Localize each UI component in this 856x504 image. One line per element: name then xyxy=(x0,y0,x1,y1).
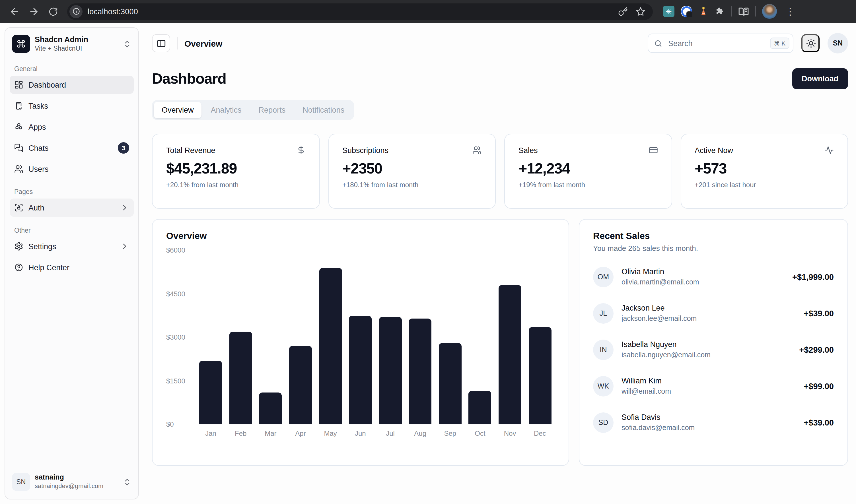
chart-title: Overview xyxy=(166,231,555,241)
reading-list-icon[interactable] xyxy=(738,6,749,17)
forward-icon[interactable] xyxy=(25,3,42,20)
users-icon xyxy=(472,146,482,155)
customer-email: olivia.martin@email.com xyxy=(622,277,699,287)
stat-card-total-revenue: Total Revenue$45,231.89+20.1% from last … xyxy=(152,134,319,209)
stat-title: Sales xyxy=(519,146,538,155)
sidebar-section-label-pages: Pages xyxy=(10,186,134,199)
x-tick-label: Feb xyxy=(226,430,256,437)
team-name: Shadcn Admin xyxy=(35,35,88,44)
sidebar: Shadcn Admin Vite + ShadcnUI GeneralDash… xyxy=(4,27,139,500)
search-field[interactable] xyxy=(667,38,765,48)
sidebar-item-users[interactable]: Users xyxy=(10,160,134,178)
sale-row-olivia-martin: OMOlivia Martinolivia.martin@email.com+$… xyxy=(593,267,834,287)
recent-sales-title: Recent Sales xyxy=(593,231,834,241)
url-text[interactable]: localhost:3000 xyxy=(88,7,613,16)
sale-row-isabella-nguyen: INIsabella Nguyenisabella.nguyen@email.c… xyxy=(593,340,834,360)
sidebar-item-label: Users xyxy=(29,165,49,173)
tab-analytics[interactable]: Analytics xyxy=(203,102,249,118)
chevrons-up-down-icon xyxy=(123,39,132,48)
help-icon xyxy=(14,263,23,272)
sidebar-item-tasks[interactable]: Tasks xyxy=(10,97,134,115)
tasks-icon xyxy=(14,101,23,110)
y-tick-label: $0 xyxy=(166,420,190,428)
bar-dec xyxy=(525,250,555,425)
y-tick-label: $1500 xyxy=(166,377,190,385)
overview-chart-card: Overview $6000$4500$3000$1500$0 JanFebMa… xyxy=(152,219,569,466)
chevron-right-icon xyxy=(120,242,129,251)
sidebar-toggle-button[interactable] xyxy=(152,34,170,52)
stat-value: +573 xyxy=(695,160,834,178)
avatar: IN xyxy=(593,340,614,360)
site-info-icon[interactable] xyxy=(69,5,83,18)
back-icon[interactable] xyxy=(6,3,23,20)
bookmark-star-icon[interactable] xyxy=(636,6,645,16)
tab-notifications[interactable]: Notifications xyxy=(295,102,352,118)
sidebar-item-settings[interactable]: Settings xyxy=(10,237,134,255)
stats-grid: Total Revenue$45,231.89+20.1% from last … xyxy=(152,134,848,209)
browser-profile-avatar[interactable] xyxy=(762,4,777,19)
tab-reports[interactable]: Reports xyxy=(251,102,294,118)
tabs-list: OverviewAnalyticsReportsNotifications xyxy=(152,100,354,120)
theme-toggle-button[interactable] xyxy=(801,34,820,52)
bar-jul xyxy=(375,250,405,425)
stat-card-active-now: Active Now+573+201 since last hour xyxy=(680,134,848,209)
address-bar[interactable]: localhost:3000 xyxy=(67,3,653,20)
sidebar-item-help-center[interactable]: Help Center xyxy=(10,258,134,276)
customer-email: jackson.lee@email.com xyxy=(622,314,697,323)
page-title: Dashboard xyxy=(152,70,226,87)
extension-1password-icon[interactable] xyxy=(681,6,692,17)
header-divider xyxy=(177,37,178,50)
x-tick-label: Dec xyxy=(525,430,555,437)
stat-title: Subscriptions xyxy=(342,146,388,155)
download-button[interactable]: Download xyxy=(792,68,848,89)
recent-sales-subtitle: You made 265 sales this month. xyxy=(593,244,834,253)
extension-lighthouse-icon[interactable] xyxy=(698,6,709,17)
sidebar-item-label: Chats xyxy=(29,144,49,152)
menu-dots-icon[interactable]: ⋮ xyxy=(783,5,797,17)
sale-amount: +$39.00 xyxy=(804,309,834,318)
x-tick-label: Nov xyxy=(495,430,525,437)
toolbar-divider xyxy=(755,6,756,17)
team-switcher[interactable]: Shadcn Admin Vite + ShadcnUI xyxy=(10,32,134,55)
sale-row-william-kim: WKWilliam Kimwill@email.com+$99.00 xyxy=(593,376,834,396)
customer-name: Sofia Davis xyxy=(622,413,695,423)
sidebar-item-auth[interactable]: Auth xyxy=(10,199,134,217)
sales-list: OMOlivia Martinolivia.martin@email.com+$… xyxy=(593,267,834,433)
sidebar-item-label: Tasks xyxy=(29,102,48,110)
profile-button[interactable]: SN xyxy=(827,33,848,53)
sidebar-section-label-general: General xyxy=(10,63,134,76)
extension-teal-icon[interactable]: ✳ xyxy=(663,6,675,17)
stat-title: Total Revenue xyxy=(166,146,215,155)
bottom-grid: Overview $6000$4500$3000$1500$0 JanFebMa… xyxy=(152,219,848,466)
breadcrumb: Overview xyxy=(185,38,222,48)
sidebar-item-chats[interactable]: Chats3 xyxy=(10,139,134,157)
bar-may xyxy=(316,250,346,425)
customer-email: sofia.davis@email.com xyxy=(622,423,695,433)
stat-value: $45,231.89 xyxy=(166,160,305,178)
x-tick-label: Apr xyxy=(285,430,315,437)
stat-title: Active Now xyxy=(695,146,733,155)
bar-sep xyxy=(435,250,465,425)
sidebar-item-dashboard[interactable]: Dashboard xyxy=(10,76,134,94)
sidebar-user-menu[interactable]: SN satnaing satnaingdev@gmail.com xyxy=(10,469,134,494)
sidebar-item-apps[interactable]: Apps xyxy=(10,118,134,136)
stat-card-sales: Sales+12,234+19% from last month xyxy=(504,134,672,209)
avatar: OM xyxy=(593,267,614,287)
tab-overview[interactable]: Overview xyxy=(154,102,202,118)
reload-icon[interactable] xyxy=(45,3,62,20)
x-tick-label: Jan xyxy=(196,430,226,437)
sidebar-sections: GeneralDashboardTasksAppsChats3UsersPage… xyxy=(10,55,134,279)
y-tick-label: $6000 xyxy=(166,246,190,254)
user-name: satnaing xyxy=(35,473,103,482)
sidebar-item-label: Help Center xyxy=(29,263,69,272)
stat-change: +19% from last month xyxy=(519,181,658,189)
apps-icon xyxy=(14,122,23,131)
search-input[interactable]: ⌘ K xyxy=(648,34,793,53)
chevrons-up-down-icon xyxy=(123,478,132,486)
bar-oct xyxy=(465,250,495,425)
recent-sales-card: Recent Sales You made 265 sales this mon… xyxy=(579,219,848,466)
bar-jan xyxy=(196,250,226,425)
extensions-puzzle-icon[interactable] xyxy=(715,6,725,17)
sidebar-item-label: Settings xyxy=(29,242,56,251)
key-icon[interactable] xyxy=(618,6,628,16)
